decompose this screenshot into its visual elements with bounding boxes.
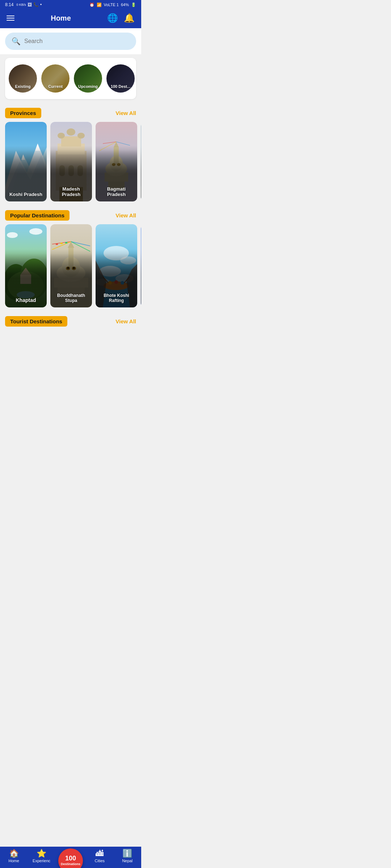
svg-point-14 — [67, 128, 75, 136]
tourist-destinations-title: Tourist Destinations — [5, 316, 67, 327]
svg-point-61 — [96, 278, 110, 286]
app-header: Home 🌐 🔔 — [0, 9, 141, 28]
dest-card-extra[interactable] — [141, 224, 141, 307]
svg-rect-55 — [56, 243, 58, 245]
category-100dest[interactable]: 100 Dest... — [106, 64, 135, 93]
svg-point-47 — [66, 267, 70, 270]
province-card-koshi[interactable]: Koshi Pradesh — [5, 122, 47, 201]
header-icons: 🌐 🔔 — [107, 13, 135, 23]
khaptad-image — [5, 224, 47, 307]
status-bar: 8:14 0 KB/s 🖼 📞 • ⏰ 📶 VoLTE 1 64% 🔋 — [0, 0, 141, 9]
svg-rect-29 — [141, 122, 141, 201]
svg-point-25 — [117, 163, 121, 166]
svg-rect-56 — [60, 243, 63, 244]
svg-line-54 — [71, 242, 90, 251]
search-section: 🔍 — [0, 28, 141, 54]
svg-line-52 — [71, 242, 90, 246]
globe-icon[interactable]: 🌐 — [107, 13, 118, 23]
svg-point-49 — [67, 267, 69, 269]
svg-point-13 — [58, 133, 65, 139]
battery-symbol: 🔋 — [131, 3, 136, 7]
svg-marker-5 — [35, 144, 40, 151]
status-call-icon: 📞 — [33, 2, 39, 7]
svg-point-50 — [73, 267, 75, 269]
provinces-row: Koshi Pradesh — [0, 122, 141, 205]
svg-point-34 — [8, 271, 44, 300]
category-label-existing: Existing — [14, 84, 32, 89]
popular-destinations-view-all[interactable]: View All — [115, 212, 136, 218]
svg-point-48 — [72, 267, 76, 270]
menu-button[interactable] — [7, 16, 14, 21]
rafting-label: Bhote KoshiRafting — [96, 293, 137, 303]
bell-icon[interactable]: 🔔 — [124, 13, 135, 23]
extra-dest-image — [141, 224, 141, 307]
dest-card-boudha[interactable]: BouddhanathStupa — [50, 224, 92, 307]
svg-point-43 — [56, 264, 85, 282]
extra-province-image — [141, 122, 141, 201]
province-card-bagmati[interactable]: BagmatiPradesh — [96, 122, 137, 201]
svg-rect-57 — [65, 242, 67, 243]
svg-point-63 — [104, 246, 129, 260]
dest-card-rafting[interactable]: Bhote KoshiRafting — [96, 224, 137, 307]
svg-line-53 — [52, 242, 71, 250]
province-card-madesh[interactable]: MadeshPradesh — [50, 122, 92, 201]
svg-rect-19 — [105, 173, 128, 182]
svg-point-33 — [20, 259, 47, 298]
svg-rect-35 — [20, 275, 31, 284]
svg-rect-8 — [58, 144, 85, 154]
svg-point-20 — [105, 162, 127, 176]
status-time-section: 8:14 0 KB/s 🖼 📞 • — [5, 2, 42, 7]
svg-point-39 — [29, 228, 42, 235]
svg-point-59 — [99, 266, 121, 277]
search-icon: 🔍 — [12, 37, 21, 46]
status-system-icons: ⏰ 📶 VoLTE 1 64% 🔋 — [89, 3, 136, 7]
bagmati-label: BagmatiPradesh — [96, 186, 137, 197]
tourist-destinations-header: Tourist Destinations View All — [0, 311, 141, 330]
search-box[interactable]: 🔍 — [5, 33, 136, 50]
category-label-current: Current — [47, 84, 64, 89]
svg-rect-9 — [61, 136, 81, 146]
svg-marker-23 — [114, 142, 119, 147]
svg-rect-12 — [77, 165, 83, 176]
svg-rect-72 — [141, 224, 141, 307]
dest-card-khaptad[interactable]: Khaptad — [5, 224, 47, 307]
svg-rect-45 — [68, 248, 73, 268]
category-current[interactable]: Current — [41, 64, 70, 93]
tourist-destinations-view-all[interactable]: View All — [115, 318, 136, 324]
svg-rect-42 — [54, 278, 88, 288]
svg-point-60 — [115, 274, 134, 283]
category-existing[interactable]: Existing — [9, 64, 37, 93]
popular-destinations-header: Popular Destinations View All — [0, 205, 141, 224]
koshi-image — [5, 122, 47, 201]
svg-point-62 — [120, 256, 136, 264]
boudha-label: BouddhanathStupa — [50, 293, 92, 303]
svg-line-27 — [116, 142, 130, 145]
svg-rect-7 — [56, 151, 87, 191]
popular-destinations-row: Khaptad — [0, 224, 141, 311]
popular-destinations-title: Popular Destinations — [5, 210, 70, 221]
svg-point-38 — [7, 232, 18, 238]
category-upcoming[interactable]: Upcoming — [74, 64, 102, 93]
svg-marker-4 — [21, 154, 25, 160]
status-kbs: 0 KB/s — [16, 3, 26, 7]
search-input[interactable] — [24, 38, 130, 44]
svg-line-51 — [52, 242, 71, 244]
provinces-title: Provinces — [5, 108, 41, 118]
svg-rect-10 — [59, 165, 65, 176]
svg-point-65 — [108, 281, 112, 285]
header-title: Home — [51, 14, 71, 22]
svg-line-28 — [99, 142, 116, 151]
category-circle-existing: Existing — [9, 64, 37, 93]
wifi-icon: 📶 — [97, 3, 102, 7]
svg-rect-31 — [5, 224, 47, 307]
province-card-extra[interactable] — [141, 122, 141, 201]
category-circle-100dest: 100 Dest... — [106, 64, 135, 93]
khaptad-label: Khaptad — [5, 297, 47, 303]
koshi-label: Koshi Pradesh — [5, 192, 47, 197]
category-label-upcoming: Upcoming — [77, 84, 99, 89]
provinces-view-all[interactable]: View All — [115, 110, 136, 116]
svg-point-66 — [114, 280, 118, 284]
status-dot: • — [40, 2, 42, 7]
category-label-100dest: 100 Dest... — [109, 84, 132, 89]
madesh-label: MadeshPradesh — [50, 186, 92, 197]
